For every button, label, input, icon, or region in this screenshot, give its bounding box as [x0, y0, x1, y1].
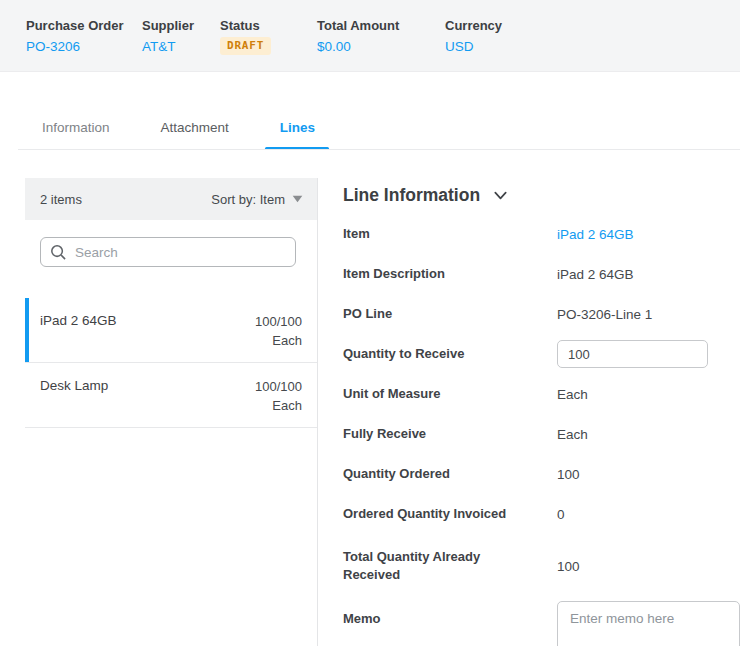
item-name: iPad 2 64GB — [40, 312, 117, 362]
status-badge: DRAFT — [220, 37, 271, 55]
purchase-order-value[interactable]: PO-3206 — [26, 39, 124, 54]
lines-list-panel: 2 items Sort by: Item iPad 2 64GB 100/10… — [25, 178, 318, 646]
header-field-currency: Currency USD — [445, 18, 502, 54]
po-summary-header: Purchase Order PO-3206 Supplier AT&T Sta… — [0, 0, 740, 72]
field-label: Fully Receive — [343, 425, 557, 443]
field-row-ordered-quantity-invoiced: Ordered Quantity Invoiced 0 — [343, 494, 740, 534]
item-uom: Each — [272, 398, 302, 413]
item-qty-fraction: 100/100 — [255, 314, 302, 329]
field-label: Quantity to Receive — [343, 345, 557, 363]
tab-information[interactable]: Information — [42, 112, 110, 150]
field-row-fully-receive: Fully Receive Each — [343, 414, 740, 454]
item-name: Desk Lamp — [40, 377, 108, 427]
tab-attachment[interactable]: Attachment — [161, 112, 229, 150]
item-uom: Each — [272, 333, 302, 348]
header-field-total-amount: Total Amount $0.00 — [317, 18, 399, 54]
search-box — [40, 237, 296, 267]
field-row-unit-of-measure: Unit of Measure Each — [343, 374, 740, 414]
field-row-quantity-to-receive: Quantity to Receive — [343, 334, 740, 374]
item-quantity: 100/100 Each — [255, 312, 302, 362]
supplier-label: Supplier — [142, 18, 194, 33]
header-field-status: Status DRAFT — [220, 18, 271, 55]
field-row-item: Item iPad 2 64GB — [343, 214, 740, 254]
header-field-purchase-order: Purchase Order PO-3206 — [26, 18, 124, 54]
field-row-quantity-ordered: Quantity Ordered 100 — [343, 454, 740, 494]
field-value: Each — [557, 387, 588, 402]
field-value: PO-3206-Line 1 — [557, 307, 652, 322]
field-value: 100 — [557, 467, 580, 482]
field-value: Each — [557, 427, 588, 442]
line-information-header[interactable]: Line Information — [343, 185, 740, 206]
field-label: Ordered Quantity Invoiced — [343, 505, 557, 523]
field-label: Quantity Ordered — [343, 465, 557, 483]
total-amount-value[interactable]: $0.00 — [317, 39, 399, 54]
field-value: 0 — [557, 507, 565, 522]
supplier-value[interactable]: AT&T — [142, 39, 194, 54]
chevron-down-icon — [492, 187, 509, 204]
field-label: PO Line — [343, 305, 557, 323]
field-label: Unit of Measure — [343, 385, 557, 403]
sort-by-button[interactable]: Sort by: Item — [211, 192, 303, 207]
field-label: Item — [343, 225, 557, 243]
field-label: Item Description — [343, 265, 557, 283]
purchase-order-label: Purchase Order — [26, 18, 124, 33]
field-label: Total Quantity Already Received — [343, 548, 557, 584]
sort-triangle-icon — [292, 195, 303, 203]
header-field-supplier: Supplier AT&T — [142, 18, 194, 54]
line-information-title: Line Information — [343, 185, 480, 206]
search-input[interactable] — [75, 245, 286, 260]
memo-textarea[interactable] — [557, 601, 740, 646]
field-row-total-quantity-already-received: Total Quantity Already Received 100 — [343, 534, 740, 598]
sort-by-label: Sort by: Item — [211, 192, 285, 207]
item-quantity: 100/100 Each — [255, 377, 302, 427]
field-row-po-line: PO Line PO-3206-Line 1 — [343, 294, 740, 334]
total-amount-label: Total Amount — [317, 18, 399, 33]
list-item-desk-lamp[interactable]: Desk Lamp 100/100 Each — [25, 363, 317, 428]
search-icon — [50, 244, 67, 261]
items-count: 2 items — [40, 192, 82, 207]
lines-list-header: 2 items Sort by: Item — [25, 178, 317, 220]
field-value: 100 — [557, 559, 580, 574]
line-information-fields: Item iPad 2 64GB Item Description iPad 2… — [343, 214, 740, 646]
line-item-list: iPad 2 64GB 100/100 Each Desk Lamp 100/1… — [25, 298, 317, 428]
list-item-ipad[interactable]: iPad 2 64GB 100/100 Each — [25, 298, 317, 363]
field-row-memo: Memo — [343, 598, 740, 646]
line-information-panel: Line Information Item iPad 2 64GB Item D… — [343, 178, 740, 646]
field-row-item-description: Item Description iPad 2 64GB — [343, 254, 740, 294]
currency-value[interactable]: USD — [445, 39, 502, 54]
field-value: iPad 2 64GB — [557, 267, 634, 282]
item-link[interactable]: iPad 2 64GB — [557, 227, 634, 242]
tab-bar: Information Attachment Lines — [42, 112, 315, 150]
status-label: Status — [220, 18, 271, 33]
quantity-to-receive-input[interactable] — [557, 340, 708, 368]
tab-bar-divider — [18, 149, 740, 150]
currency-label: Currency — [445, 18, 502, 33]
item-qty-fraction: 100/100 — [255, 379, 302, 394]
field-label: Memo — [343, 598, 557, 628]
tab-lines[interactable]: Lines — [280, 112, 315, 150]
